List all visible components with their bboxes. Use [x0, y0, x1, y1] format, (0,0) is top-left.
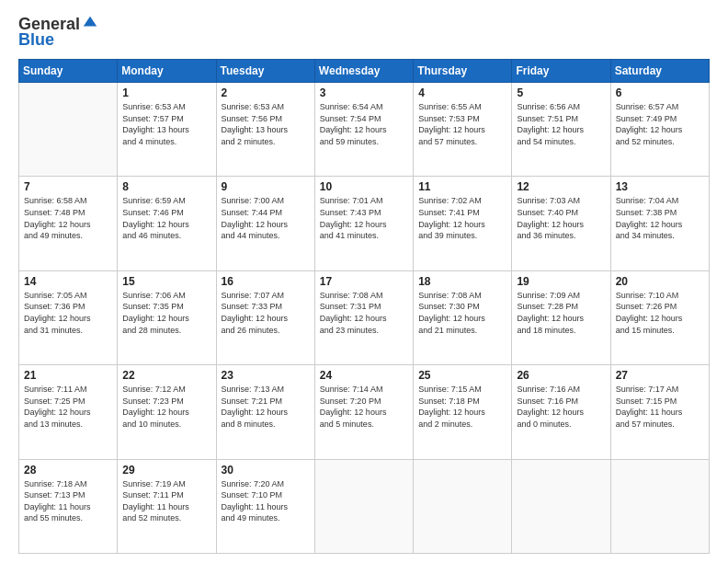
- day-number: 15: [122, 275, 210, 288]
- svg-marker-0: [84, 16, 97, 26]
- day-info: Sunrise: 7:07 AM Sunset: 7:33 PM Dayligh…: [222, 290, 310, 336]
- calendar-cell: 4Sunrise: 6:55 AM Sunset: 7:53 PM Daylig…: [414, 83, 512, 177]
- calendar-table: SundayMondayTuesdayWednesdayThursdayFrid…: [18, 59, 710, 554]
- day-info: Sunrise: 7:09 AM Sunset: 7:28 PM Dayligh…: [517, 290, 605, 336]
- calendar-cell: 25Sunrise: 7:15 AM Sunset: 7:18 PM Dayli…: [414, 365, 512, 459]
- calendar-cell: 21Sunrise: 7:11 AM Sunset: 7:25 PM Dayli…: [19, 365, 118, 459]
- page: General Blue SundayMondayTuesdayWednesda…: [0, 0, 728, 563]
- day-number: 21: [24, 369, 112, 382]
- day-info: Sunrise: 7:12 AM Sunset: 7:23 PM Dayligh…: [122, 384, 210, 430]
- day-info: Sunrise: 7:04 AM Sunset: 7:38 PM Dayligh…: [616, 195, 704, 241]
- day-info: Sunrise: 6:55 AM Sunset: 7:53 PM Dayligh…: [418, 101, 506, 147]
- day-info: Sunrise: 7:02 AM Sunset: 7:41 PM Dayligh…: [418, 195, 506, 241]
- calendar-cell: 17Sunrise: 7:08 AM Sunset: 7:31 PM Dayli…: [314, 270, 413, 364]
- day-info: Sunrise: 7:18 AM Sunset: 7:13 PM Dayligh…: [24, 478, 112, 524]
- day-info: Sunrise: 7:15 AM Sunset: 7:18 PM Dayligh…: [418, 384, 506, 430]
- day-info: Sunrise: 7:06 AM Sunset: 7:35 PM Dayligh…: [122, 290, 210, 336]
- day-number: 3: [320, 86, 408, 99]
- day-info: Sunrise: 7:20 AM Sunset: 7:10 PM Dayligh…: [222, 478, 310, 524]
- day-number: 5: [517, 86, 605, 99]
- day-info: Sunrise: 7:16 AM Sunset: 7:16 PM Dayligh…: [517, 384, 605, 430]
- day-info: Sunrise: 7:13 AM Sunset: 7:21 PM Dayligh…: [222, 384, 310, 430]
- calendar-cell: 26Sunrise: 7:16 AM Sunset: 7:16 PM Dayli…: [512, 365, 610, 459]
- calendar-week-3: 14Sunrise: 7:05 AM Sunset: 7:36 PM Dayli…: [19, 270, 710, 364]
- day-info: Sunrise: 6:56 AM Sunset: 7:51 PM Dayligh…: [517, 101, 605, 147]
- day-number: 9: [222, 180, 310, 193]
- day-info: Sunrise: 6:54 AM Sunset: 7:54 PM Dayligh…: [320, 101, 408, 147]
- day-number: 23: [222, 369, 310, 382]
- calendar-cell: 29Sunrise: 7:19 AM Sunset: 7:11 PM Dayli…: [118, 459, 216, 553]
- day-number: 1: [122, 86, 210, 99]
- weekday-header-tuesday: Tuesday: [216, 60, 314, 83]
- day-number: 25: [418, 369, 506, 382]
- calendar-cell: 8Sunrise: 6:59 AM Sunset: 7:46 PM Daylig…: [118, 177, 216, 270]
- day-number: 13: [616, 180, 704, 193]
- day-number: 10: [320, 180, 408, 193]
- weekday-row: SundayMondayTuesdayWednesdayThursdayFrid…: [19, 60, 710, 83]
- day-info: Sunrise: 7:05 AM Sunset: 7:36 PM Dayligh…: [24, 290, 112, 336]
- calendar-cell: [314, 459, 413, 553]
- day-info: Sunrise: 6:53 AM Sunset: 7:56 PM Dayligh…: [222, 101, 310, 147]
- calendar-cell: 16Sunrise: 7:07 AM Sunset: 7:33 PM Dayli…: [216, 270, 314, 364]
- day-number: 11: [418, 180, 506, 193]
- calendar-cell: 11Sunrise: 7:02 AM Sunset: 7:41 PM Dayli…: [414, 177, 512, 270]
- day-number: 29: [122, 464, 210, 477]
- weekday-header-monday: Monday: [118, 60, 216, 83]
- calendar-week-2: 7Sunrise: 6:58 AM Sunset: 7:48 PM Daylig…: [19, 177, 710, 270]
- day-number: 22: [122, 369, 210, 382]
- calendar-cell: 1Sunrise: 6:53 AM Sunset: 7:57 PM Daylig…: [118, 83, 216, 177]
- calendar-cell: 28Sunrise: 7:18 AM Sunset: 7:13 PM Dayli…: [19, 459, 118, 553]
- day-number: 6: [616, 86, 704, 99]
- calendar-cell: 14Sunrise: 7:05 AM Sunset: 7:36 PM Dayli…: [19, 270, 118, 364]
- calendar-cell: 13Sunrise: 7:04 AM Sunset: 7:38 PM Dayli…: [610, 177, 709, 270]
- day-number: 12: [517, 180, 605, 193]
- calendar-cell: 15Sunrise: 7:06 AM Sunset: 7:35 PM Dayli…: [118, 270, 216, 364]
- calendar-cell: 20Sunrise: 7:10 AM Sunset: 7:26 PM Dayli…: [610, 270, 709, 364]
- day-number: 2: [222, 86, 310, 99]
- day-number: 7: [24, 180, 112, 193]
- day-info: Sunrise: 7:19 AM Sunset: 7:11 PM Dayligh…: [122, 478, 210, 524]
- day-info: Sunrise: 6:53 AM Sunset: 7:57 PM Dayligh…: [122, 101, 210, 147]
- calendar-cell: 19Sunrise: 7:09 AM Sunset: 7:28 PM Dayli…: [512, 270, 610, 364]
- day-number: 16: [222, 275, 310, 288]
- calendar-cell: [610, 459, 709, 553]
- weekday-header-thursday: Thursday: [414, 60, 512, 83]
- day-info: Sunrise: 6:59 AM Sunset: 7:46 PM Dayligh…: [122, 195, 210, 241]
- day-number: 28: [24, 464, 112, 477]
- day-number: 27: [616, 369, 704, 382]
- calendar-body: 1Sunrise: 6:53 AM Sunset: 7:57 PM Daylig…: [19, 83, 710, 554]
- day-number: 18: [418, 275, 506, 288]
- header: General Blue: [18, 15, 710, 50]
- day-info: Sunrise: 7:14 AM Sunset: 7:20 PM Dayligh…: [320, 384, 408, 430]
- calendar-week-4: 21Sunrise: 7:11 AM Sunset: 7:25 PM Dayli…: [19, 365, 710, 459]
- calendar-cell: 3Sunrise: 6:54 AM Sunset: 7:54 PM Daylig…: [314, 83, 413, 177]
- calendar-cell: 9Sunrise: 7:00 AM Sunset: 7:44 PM Daylig…: [216, 177, 314, 270]
- day-number: 8: [122, 180, 210, 193]
- weekday-header-sunday: Sunday: [19, 60, 118, 83]
- calendar-cell: 7Sunrise: 6:58 AM Sunset: 7:48 PM Daylig…: [19, 177, 118, 270]
- weekday-header-wednesday: Wednesday: [314, 60, 413, 83]
- calendar-cell: 2Sunrise: 6:53 AM Sunset: 7:56 PM Daylig…: [216, 83, 314, 177]
- calendar-cell: 27Sunrise: 7:17 AM Sunset: 7:15 PM Dayli…: [610, 365, 709, 459]
- logo-blue-text: Blue: [18, 30, 54, 50]
- calendar-week-5: 28Sunrise: 7:18 AM Sunset: 7:13 PM Dayli…: [19, 459, 710, 553]
- logo: General Blue: [18, 15, 98, 50]
- calendar-cell: 5Sunrise: 6:56 AM Sunset: 7:51 PM Daylig…: [512, 83, 610, 177]
- calendar-cell: 24Sunrise: 7:14 AM Sunset: 7:20 PM Dayli…: [314, 365, 413, 459]
- day-info: Sunrise: 7:11 AM Sunset: 7:25 PM Dayligh…: [24, 384, 112, 430]
- day-number: 30: [222, 464, 310, 477]
- day-info: Sunrise: 7:03 AM Sunset: 7:40 PM Dayligh…: [517, 195, 605, 241]
- day-number: 17: [320, 275, 408, 288]
- day-number: 24: [320, 369, 408, 382]
- weekday-header-friday: Friday: [512, 60, 610, 83]
- day-number: 19: [517, 275, 605, 288]
- calendar-cell: 30Sunrise: 7:20 AM Sunset: 7:10 PM Dayli…: [216, 459, 314, 553]
- calendar-cell: 12Sunrise: 7:03 AM Sunset: 7:40 PM Dayli…: [512, 177, 610, 270]
- calendar-cell: 6Sunrise: 6:57 AM Sunset: 7:49 PM Daylig…: [610, 83, 709, 177]
- day-number: 4: [418, 86, 506, 99]
- day-number: 26: [517, 369, 605, 382]
- calendar-week-1: 1Sunrise: 6:53 AM Sunset: 7:57 PM Daylig…: [19, 83, 710, 177]
- logo-icon: [82, 15, 98, 31]
- calendar-cell: 10Sunrise: 7:01 AM Sunset: 7:43 PM Dayli…: [314, 177, 413, 270]
- day-info: Sunrise: 7:17 AM Sunset: 7:15 PM Dayligh…: [616, 384, 704, 430]
